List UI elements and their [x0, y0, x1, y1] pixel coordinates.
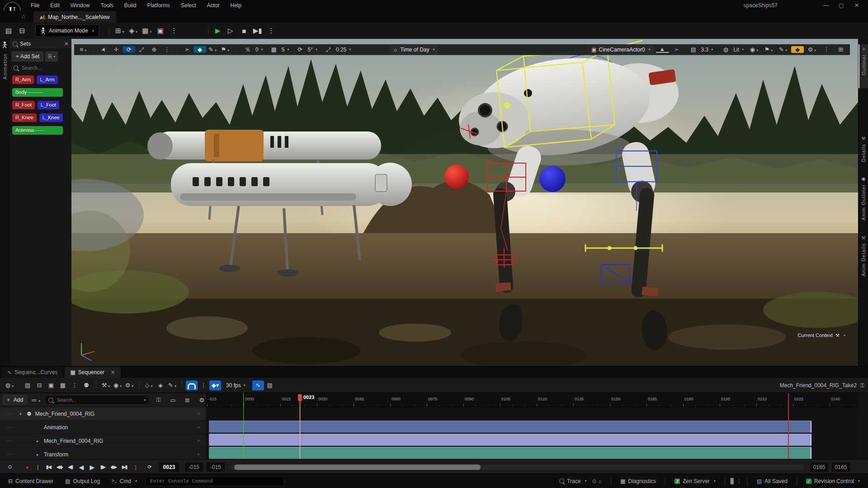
transform-more-icon[interactable]: ⋮: [160, 46, 173, 53]
track-row-mech-friend-0004-rig[interactable]: ▪ ▪ ▪▾⚉Mech_Friend_0004_RIG+: [0, 407, 206, 421]
save-icon[interactable]: ▤: [2, 27, 15, 35]
tab-sequencer[interactable]: ▦ Sequencer ✕: [65, 367, 120, 378]
track-row-transform[interactable]: ▪ ▪ ▪▸Transform+: [0, 448, 206, 461]
add-section-icon[interactable]: +: [197, 438, 200, 444]
pilot-icon[interactable]: ➣: [670, 46, 683, 53]
menu-item-tools[interactable]: Tools: [95, 0, 119, 11]
set-chip-lknee[interactable]: L_Knee: [39, 113, 63, 122]
set-chip-lfoot[interactable]: L_Foot: [38, 101, 59, 109]
snap-options-icon[interactable]: ⋮: [198, 382, 209, 389]
fps-dropdown[interactable]: 30 fps▾: [224, 382, 248, 389]
set-chip-body[interactable]: Body----------: [12, 88, 63, 97]
unlock-icon[interactable]: ⚿: [860, 382, 864, 389]
view-end-field[interactable]: 0165: [832, 463, 850, 472]
add-section-icon[interactable]: +: [197, 424, 200, 431]
maximize-button[interactable]: ▢: [834, 0, 849, 11]
cinematics-icon[interactable]: ▦▾: [140, 27, 154, 35]
menu-item-file[interactable]: File: [25, 0, 45, 11]
menu-item-help[interactable]: Help: [225, 0, 247, 11]
scale-snap-control[interactable]: ⤢0.25▾: [320, 46, 353, 53]
expand-arrow-icon[interactable]: ▸: [37, 452, 42, 457]
set-chip-rarm[interactable]: R_Arm: [12, 75, 34, 84]
play-reverse-button[interactable]: ◀: [76, 464, 86, 471]
add-section-icon[interactable]: +: [197, 451, 200, 458]
show-flags-icon[interactable]: ⚑▾: [762, 46, 775, 53]
set-chip-rfoot[interactable]: R_Foot: [12, 101, 35, 109]
editor-mode-dropdown[interactable]: Animation Mode ▾: [35, 24, 99, 37]
viewport-settings-icon[interactable]: ⚙▾: [806, 46, 818, 53]
insights-icon[interactable]: ⊙: [592, 478, 597, 484]
editor-visualizers-icon[interactable]: ✎▾: [777, 46, 789, 53]
seq-save-icon[interactable]: ▤: [22, 382, 33, 389]
play-options-icon[interactable]: ⋮: [264, 27, 278, 35]
step-forward-button[interactable]: ▮▶: [98, 464, 108, 470]
world-dropdown-icon[interactable]: ◍▾: [4, 382, 15, 389]
key-icon[interactable]: ⚿: [152, 396, 164, 404]
surface-snap-control[interactable]: ％0▾: [239, 46, 265, 54]
shots-icon[interactable]: ▤: [264, 382, 276, 389]
select-tool-icon[interactable]: ➤: [98, 42, 109, 56]
perf-graph-icon[interactable]: ▊: [731, 478, 735, 484]
timeline-scrollbar[interactable]: [231, 465, 804, 470]
bookmark-icon[interactable]: ⌂: [599, 478, 602, 484]
world-space-toggle-icon[interactable]: ⊕: [148, 46, 160, 53]
perspective-dropdown-icon[interactable]: ◉▾: [748, 46, 760, 53]
sets-close-icon[interactable]: ✕: [64, 41, 69, 47]
menu-item-build[interactable]: Build: [119, 0, 142, 11]
rotation-snap-control[interactable]: ⟳5°▾: [291, 46, 320, 53]
view-start-field[interactable]: -015: [185, 463, 203, 472]
timeline[interactable]: -015000000150030004500600075009001050120…: [206, 393, 858, 459]
snap-toggle-icon[interactable]: [186, 380, 198, 390]
loop-button[interactable]: ⟳: [145, 464, 155, 470]
auto-key-icon[interactable]: ◈: [155, 382, 166, 389]
step-back-button[interactable]: ◀▮: [65, 464, 75, 470]
console-input-wrap[interactable]: [145, 476, 284, 486]
time-of-day-dropdown[interactable]: ☼ Time of Day ▾: [389, 45, 438, 54]
record-button[interactable]: ●: [22, 465, 32, 470]
close-button[interactable]: ✕: [849, 0, 864, 11]
zen-server-dropdown[interactable]: Z Zen Server▾: [671, 478, 719, 484]
menu-item-edit[interactable]: Edit: [45, 0, 65, 11]
tab-close-icon[interactable]: ✕: [111, 369, 115, 375]
diagnostics-button[interactable]: ▦ Diagnostics: [617, 478, 660, 484]
anim-select-tool-icon[interactable]: ➣: [181, 46, 193, 53]
expand-arrow-icon[interactable]: ▸: [37, 439, 42, 443]
track-row-animation[interactable]: ▪ ▪ ▪Animation+: [0, 421, 206, 434]
set-end-bracket-button[interactable]: ]: [130, 465, 140, 470]
set-chip-larm[interactable]: L_Arm: [37, 75, 57, 84]
game-view-toggle-icon[interactable]: ◆: [791, 46, 804, 53]
animation-rail-tab[interactable]: Animation: [2, 53, 8, 80]
viewport-more-icon[interactable]: ⋮: [820, 46, 833, 53]
track-search[interactable]: ▾: [44, 395, 150, 405]
add-actor-track-icon[interactable]: ⚉: [80, 382, 92, 389]
section-bar-mech-friend-0004-rig[interactable]: [209, 434, 811, 446]
timeline-scrollbar-thumb[interactable]: [234, 465, 481, 470]
level-tab[interactable]: Map_Northe..._ScaleNew: [33, 11, 116, 23]
jump-to-start-button[interactable]: ▮◀: [43, 464, 53, 470]
next-key-button[interactable]: ◆▶: [108, 464, 118, 470]
create-camera-icon[interactable]: ▣: [45, 382, 57, 389]
revision-control-dropdown[interactable]: ✓ Revision Control▾: [802, 478, 863, 484]
playback-options-icon[interactable]: ⚙▾: [123, 382, 135, 389]
tab-outliner[interactable]: ≡Outliner: [859, 44, 868, 88]
camera-speed-control[interactable]: ▤3.3▾: [685, 46, 716, 53]
play-forward-button[interactable]: ▶: [87, 464, 97, 471]
playhead-handle[interactable]: [298, 394, 302, 401]
playback-start-marker[interactable]: [243, 393, 244, 459]
grid-snap-control[interactable]: ▦5▾: [265, 46, 292, 53]
find-in-browser-icon[interactable]: ⊟: [33, 382, 45, 389]
pose-tool-icon[interactable]: ✎▾: [206, 46, 219, 53]
expand-arrow-icon[interactable]: ▾: [19, 412, 25, 416]
work-end-field[interactable]: 0165: [810, 463, 828, 472]
previous-key-button[interactable]: ◀◆: [54, 464, 64, 470]
minimize-button[interactable]: —: [818, 0, 834, 11]
track-search-input[interactable]: [56, 397, 125, 403]
camera-actor-dropdown[interactable]: ▣ CineCameraActor0 ▾: [588, 45, 654, 54]
all-saved-button[interactable]: ▤ All Saved: [753, 478, 791, 484]
eject-icon[interactable]: ▲: [656, 47, 669, 53]
trace-dropdown[interactable]: Trace▾: [556, 478, 590, 484]
playback-end-marker[interactable]: [788, 393, 789, 459]
pause-button[interactable]: ▷: [224, 27, 237, 35]
content-drawer-button[interactable]: ⊟ Content Drawer: [5, 478, 57, 484]
move-tool-icon[interactable]: ✛: [110, 46, 123, 53]
